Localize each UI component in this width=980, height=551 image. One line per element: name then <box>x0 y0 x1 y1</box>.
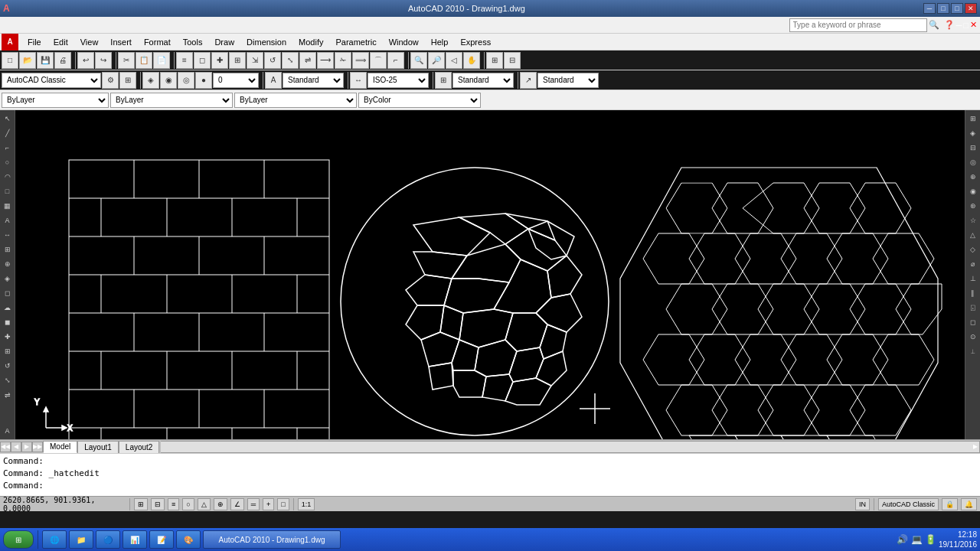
extend-button[interactable]: ⟹ <box>352 52 369 69</box>
fillet-button[interactable]: ⌒ <box>370 52 387 69</box>
rt-snap14[interactable]: ⌺ <box>966 301 980 315</box>
lt-copy[interactable]: ⊞ <box>1 344 15 358</box>
leader-icon[interactable]: ↗ <box>520 72 537 89</box>
color-select[interactable]: ByLayer <box>110 93 233 108</box>
new-button[interactable]: □ <box>2 52 18 69</box>
polar-btn[interactable]: ○ <box>182 498 194 510</box>
lt-rotate[interactable]: ↺ <box>1 359 15 373</box>
menu-window[interactable]: Window <box>383 36 425 48</box>
undo-button[interactable]: ↩ <box>77 52 94 69</box>
toolbar-btn2[interactable]: ⊞ <box>119 72 136 89</box>
menu-view[interactable]: View <box>74 36 105 48</box>
menu-modify[interactable]: Modify <box>292 36 329 48</box>
h-scrollbar[interactable]: ▶ <box>161 441 980 453</box>
lt-mirror[interactable]: ⇌ <box>1 388 15 402</box>
erase-button[interactable]: ◻ <box>194 52 211 69</box>
lt-circle[interactable]: ○ <box>1 155 15 169</box>
close-button[interactable]: ✕ <box>965 3 977 14</box>
rt-snap8[interactable]: ☆ <box>966 214 980 227</box>
lt-line[interactable]: ╱ <box>1 126 15 140</box>
dim-style-select[interactable]: ISO-25 <box>368 73 429 88</box>
rt-snap1[interactable]: ⊞ <box>966 112 980 126</box>
cmd-line-active[interactable]: Command: <box>3 480 977 492</box>
tab-nav-first[interactable]: ◀◀ <box>0 442 11 452</box>
menu-draw[interactable]: Draw <box>208 36 240 48</box>
trim-button[interactable]: ✁ <box>335 52 351 69</box>
lt-pick[interactable]: ↖ <box>1 112 15 126</box>
minimize-button[interactable]: ─ <box>923 3 936 14</box>
ann-scale-btn[interactable]: IN <box>855 498 870 510</box>
zoom-prev[interactable]: ◁ <box>446 52 462 69</box>
lw-btn[interactable]: + <box>263 498 274 510</box>
tmodel-btn[interactable]: □ <box>277 498 289 510</box>
layer-select[interactable]: 0 <box>213 73 259 88</box>
lt-text[interactable]: A <box>1 214 15 227</box>
lt-snap[interactable]: ⊕ <box>1 257 15 271</box>
layer-icon4[interactable]: ● <box>195 72 212 89</box>
mirror-button[interactable]: ⇌ <box>299 52 316 69</box>
open-button[interactable]: 📂 <box>19 52 36 69</box>
lt-arc[interactable]: ◠ <box>1 170 15 184</box>
otrack-btn[interactable]: ⊕ <box>214 498 227 510</box>
lt-dim[interactable]: ↔ <box>1 228 15 242</box>
ws-name-btn[interactable]: AutoCAD Classic <box>878 498 939 510</box>
ortho-btn[interactable]: ≡ <box>168 498 179 510</box>
rt-snap13[interactable]: ∥ <box>966 286 980 300</box>
rt-snap10[interactable]: ◇ <box>966 243 980 256</box>
copy-button[interactable]: 📋 <box>136 52 152 69</box>
restore-button[interactable]: □ <box>937 3 949 14</box>
zoom-realtime[interactable]: 🔍 <box>410 52 427 69</box>
command-input[interactable] <box>44 481 977 491</box>
lt-block[interactable]: ⊞ <box>1 243 15 256</box>
rt-snap6[interactable]: ◉ <box>966 184 980 198</box>
lt-rect[interactable]: □ <box>1 184 15 198</box>
move-button[interactable]: ✚ <box>211 52 228 69</box>
rt-snap4[interactable]: ◎ <box>966 155 980 169</box>
paste-button[interactable]: 📄 <box>153 52 170 69</box>
layer-icon[interactable]: ◈ <box>142 72 159 89</box>
excel-button[interactable]: 📊 <box>122 530 147 549</box>
dim-icon[interactable]: ↔ <box>350 72 367 89</box>
linetype-select[interactable]: ByLayer <box>234 93 357 108</box>
win-close-icon[interactable]: ✕ <box>970 20 977 30</box>
win-max-icon[interactable]: □ <box>963 21 969 30</box>
help-icon[interactable]: ❓ <box>944 20 955 30</box>
table-icon[interactable]: ⊞ <box>435 72 452 89</box>
menu-file[interactable]: File <box>21 36 47 48</box>
rt-snap11[interactable]: ⌀ <box>966 257 980 271</box>
menu-tools[interactable]: Tools <box>177 36 209 48</box>
folder-button[interactable]: 📁 <box>69 530 93 549</box>
snap-btn[interactable]: ⊞ <box>134 498 148 510</box>
layer-prop-select[interactable]: ByLayer <box>2 93 109 108</box>
lt-boundary[interactable]: ◼ <box>1 315 15 329</box>
rt-snap15[interactable]: ◻ <box>966 315 980 329</box>
layer2-button[interactable]: ⊟ <box>504 52 521 69</box>
table-style-select[interactable]: Standard <box>452 73 514 88</box>
search-icon[interactable]: 🔍 <box>929 20 939 30</box>
rt-snap5[interactable]: ⊕ <box>966 170 980 184</box>
zoom-scale-btn[interactable]: 1:1 <box>298 498 315 510</box>
menu-edit[interactable]: Edit <box>47 36 74 48</box>
menu-format[interactable]: Format <box>138 36 177 48</box>
chamfer-button[interactable]: ⌐ <box>387 52 404 69</box>
stretch-button[interactable]: ⇲ <box>247 52 263 69</box>
text-icon[interactable]: A <box>265 72 282 89</box>
search-input[interactable] <box>789 18 927 32</box>
rt-snap2[interactable]: ◈ <box>966 126 980 140</box>
rt-snap7[interactable]: ⊛ <box>966 199 980 213</box>
notification-btn[interactable]: 🔔 <box>961 498 977 510</box>
plot-button[interactable]: 🖨 <box>54 52 71 69</box>
rt-snap16[interactable]: ⊙ <box>966 330 980 344</box>
rotate-button[interactable]: ↺ <box>264 52 281 69</box>
lt-revcloud[interactable]: ☁ <box>1 301 15 315</box>
workspace-btn[interactable]: ⚙ <box>102 72 119 89</box>
menu-help[interactable]: Help <box>425 36 455 48</box>
copy2-button[interactable]: ⊞ <box>229 52 246 69</box>
paint-button[interactable]: 🎨 <box>176 530 201 549</box>
lt-hatch[interactable]: ▦ <box>1 199 15 213</box>
canvas-area[interactable]: Y X <box>15 110 965 439</box>
dyn-btn[interactable]: ═ <box>247 498 260 510</box>
lineweight-select[interactable]: ByColor <box>358 93 481 108</box>
menu-express[interactable]: Express <box>454 36 497 48</box>
rt-snap12[interactable]: ⊥ <box>966 272 980 285</box>
